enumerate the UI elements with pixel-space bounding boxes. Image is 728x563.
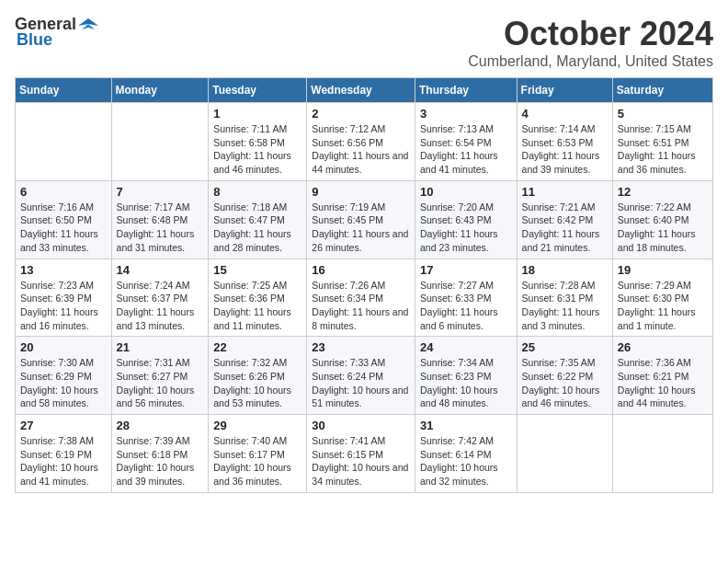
logo-bird-icon xyxy=(78,17,98,33)
day-number: 17 xyxy=(420,263,512,277)
day-info: Sunrise: 7:22 AMSunset: 6:40 PMDaylight:… xyxy=(618,201,708,255)
day-info: Sunrise: 7:35 AMSunset: 6:22 PMDaylight:… xyxy=(522,356,608,410)
day-info: Sunrise: 7:17 AMSunset: 6:48 PMDaylight:… xyxy=(117,201,204,255)
calendar-cell: 5Sunrise: 7:15 AMSunset: 6:51 PMDaylight… xyxy=(612,103,712,181)
calendar-cell: 27Sunrise: 7:38 AMSunset: 6:19 PMDayligh… xyxy=(16,415,112,493)
location-title: Cumberland, Maryland, United States xyxy=(468,53,713,70)
calendar-cell: 12Sunrise: 7:22 AMSunset: 6:40 PMDayligh… xyxy=(612,180,712,259)
day-number: 6 xyxy=(20,185,107,199)
calendar-body: 1Sunrise: 7:11 AMSunset: 6:58 PMDaylight… xyxy=(16,103,713,493)
calendar-cell: 29Sunrise: 7:40 AMSunset: 6:17 PMDayligh… xyxy=(209,415,307,493)
calendar-cell: 22Sunrise: 7:32 AMSunset: 6:26 PMDayligh… xyxy=(209,337,307,415)
calendar-cell: 20Sunrise: 7:30 AMSunset: 6:29 PMDayligh… xyxy=(16,337,112,415)
title-block: October 2024 Cumberland, Maryland, Unite… xyxy=(468,15,713,70)
calendar-cell xyxy=(517,415,612,493)
calendar-cell: 30Sunrise: 7:41 AMSunset: 6:15 PMDayligh… xyxy=(307,415,415,493)
calendar-cell xyxy=(612,415,712,493)
day-number: 10 xyxy=(420,185,512,199)
day-number: 18 xyxy=(522,263,608,277)
calendar-cell: 16Sunrise: 7:26 AMSunset: 6:34 PMDayligh… xyxy=(307,259,415,337)
calendar-cell: 15Sunrise: 7:25 AMSunset: 6:36 PMDayligh… xyxy=(209,259,307,337)
day-number: 30 xyxy=(312,419,410,432)
day-number: 26 xyxy=(618,340,708,354)
day-info: Sunrise: 7:40 AMSunset: 6:17 PMDaylight:… xyxy=(213,434,301,488)
day-number: 1 xyxy=(213,107,301,121)
day-number: 16 xyxy=(312,263,410,277)
day-info: Sunrise: 7:25 AMSunset: 6:36 PMDaylight:… xyxy=(213,279,301,333)
day-number: 24 xyxy=(420,340,512,354)
calendar-cell: 14Sunrise: 7:24 AMSunset: 6:37 PMDayligh… xyxy=(111,259,209,337)
month-title: October 2024 xyxy=(468,15,713,53)
day-info: Sunrise: 7:12 AMSunset: 6:56 PMDaylight:… xyxy=(312,122,410,177)
day-info: Sunrise: 7:16 AMSunset: 6:50 PMDaylight:… xyxy=(20,201,107,255)
calendar-header: SundayMondayTuesdayWednesdayThursdayFrid… xyxy=(16,78,713,103)
day-info: Sunrise: 7:38 AMSunset: 6:19 PMDaylight:… xyxy=(20,434,107,488)
calendar-cell: 31Sunrise: 7:42 AMSunset: 6:14 PMDayligh… xyxy=(415,415,517,493)
day-info: Sunrise: 7:34 AMSunset: 6:23 PMDaylight:… xyxy=(420,356,512,410)
calendar-cell: 4Sunrise: 7:14 AMSunset: 6:53 PMDaylight… xyxy=(517,103,612,181)
day-number: 2 xyxy=(312,107,410,121)
day-number: 25 xyxy=(522,340,608,354)
day-number: 22 xyxy=(213,340,301,354)
calendar-week-row: 20Sunrise: 7:30 AMSunset: 6:29 PMDayligh… xyxy=(16,337,713,415)
logo: General Blue xyxy=(15,15,98,50)
day-info: Sunrise: 7:41 AMSunset: 6:15 PMDaylight:… xyxy=(312,434,410,488)
day-number: 11 xyxy=(522,185,608,199)
calendar-cell xyxy=(16,103,112,181)
calendar-cell: 7Sunrise: 7:17 AMSunset: 6:48 PMDaylight… xyxy=(111,180,209,259)
day-info: Sunrise: 7:36 AMSunset: 6:21 PMDaylight:… xyxy=(618,356,708,410)
calendar-cell: 11Sunrise: 7:21 AMSunset: 6:42 PMDayligh… xyxy=(517,180,612,259)
svg-marker-1 xyxy=(82,24,95,29)
calendar-cell: 9Sunrise: 7:19 AMSunset: 6:45 PMDaylight… xyxy=(307,180,415,259)
day-info: Sunrise: 7:33 AMSunset: 6:24 PMDaylight:… xyxy=(312,356,410,410)
day-number: 7 xyxy=(117,185,204,199)
calendar-cell: 25Sunrise: 7:35 AMSunset: 6:22 PMDayligh… xyxy=(517,337,612,415)
logo-blue-text: Blue xyxy=(17,30,52,50)
day-info: Sunrise: 7:27 AMSunset: 6:33 PMDaylight:… xyxy=(420,279,512,333)
calendar-cell: 23Sunrise: 7:33 AMSunset: 6:24 PMDayligh… xyxy=(307,337,415,415)
day-number: 20 xyxy=(20,340,107,354)
calendar-cell: 18Sunrise: 7:28 AMSunset: 6:31 PMDayligh… xyxy=(517,259,612,337)
calendar-cell: 8Sunrise: 7:18 AMSunset: 6:47 PMDaylight… xyxy=(209,180,307,259)
calendar-cell: 13Sunrise: 7:23 AMSunset: 6:39 PMDayligh… xyxy=(16,259,112,337)
day-number: 28 xyxy=(117,419,204,432)
day-info: Sunrise: 7:14 AMSunset: 6:53 PMDaylight:… xyxy=(522,122,608,177)
weekday-header-tuesday: Tuesday xyxy=(209,78,307,103)
calendar-week-row: 1Sunrise: 7:11 AMSunset: 6:58 PMDaylight… xyxy=(16,103,713,181)
day-number: 4 xyxy=(522,107,608,121)
day-number: 13 xyxy=(20,263,107,277)
calendar-cell: 28Sunrise: 7:39 AMSunset: 6:18 PMDayligh… xyxy=(111,415,209,493)
day-info: Sunrise: 7:20 AMSunset: 6:43 PMDaylight:… xyxy=(420,201,512,255)
day-info: Sunrise: 7:26 AMSunset: 6:34 PMDaylight:… xyxy=(312,279,410,333)
weekday-header-friday: Friday xyxy=(517,78,612,103)
calendar-cell: 19Sunrise: 7:29 AMSunset: 6:30 PMDayligh… xyxy=(612,259,712,337)
day-info: Sunrise: 7:13 AMSunset: 6:54 PMDaylight:… xyxy=(420,122,512,177)
calendar-cell: 21Sunrise: 7:31 AMSunset: 6:27 PMDayligh… xyxy=(111,337,209,415)
day-info: Sunrise: 7:29 AMSunset: 6:30 PMDaylight:… xyxy=(618,279,708,333)
day-number: 12 xyxy=(618,185,708,199)
weekday-header-wednesday: Wednesday xyxy=(307,78,415,103)
day-number: 5 xyxy=(618,107,708,121)
day-info: Sunrise: 7:30 AMSunset: 6:29 PMDaylight:… xyxy=(20,356,107,410)
day-number: 21 xyxy=(117,340,204,354)
calendar-cell: 10Sunrise: 7:20 AMSunset: 6:43 PMDayligh… xyxy=(415,180,517,259)
calendar-cell xyxy=(111,103,209,181)
weekday-header-thursday: Thursday xyxy=(415,78,517,103)
calendar-cell: 6Sunrise: 7:16 AMSunset: 6:50 PMDaylight… xyxy=(16,180,112,259)
day-info: Sunrise: 7:21 AMSunset: 6:42 PMDaylight:… xyxy=(522,201,608,255)
day-info: Sunrise: 7:42 AMSunset: 6:14 PMDaylight:… xyxy=(420,434,512,488)
calendar-week-row: 6Sunrise: 7:16 AMSunset: 6:50 PMDaylight… xyxy=(16,180,713,259)
day-info: Sunrise: 7:11 AMSunset: 6:58 PMDaylight:… xyxy=(213,122,301,177)
day-info: Sunrise: 7:19 AMSunset: 6:45 PMDaylight:… xyxy=(312,201,410,255)
page-header: General Blue October 2024 Cumberland, Ma… xyxy=(15,15,713,70)
day-info: Sunrise: 7:24 AMSunset: 6:37 PMDaylight:… xyxy=(117,279,204,333)
day-info: Sunrise: 7:15 AMSunset: 6:51 PMDaylight:… xyxy=(618,122,708,177)
day-info: Sunrise: 7:18 AMSunset: 6:47 PMDaylight:… xyxy=(213,201,301,255)
calendar-cell: 24Sunrise: 7:34 AMSunset: 6:23 PMDayligh… xyxy=(415,337,517,415)
weekday-header-monday: Monday xyxy=(111,78,209,103)
weekday-header-sunday: Sunday xyxy=(16,78,112,103)
day-number: 19 xyxy=(618,263,708,277)
calendar-cell: 3Sunrise: 7:13 AMSunset: 6:54 PMDaylight… xyxy=(415,103,517,181)
calendar-cell: 2Sunrise: 7:12 AMSunset: 6:56 PMDaylight… xyxy=(307,103,415,181)
day-number: 29 xyxy=(213,419,301,432)
